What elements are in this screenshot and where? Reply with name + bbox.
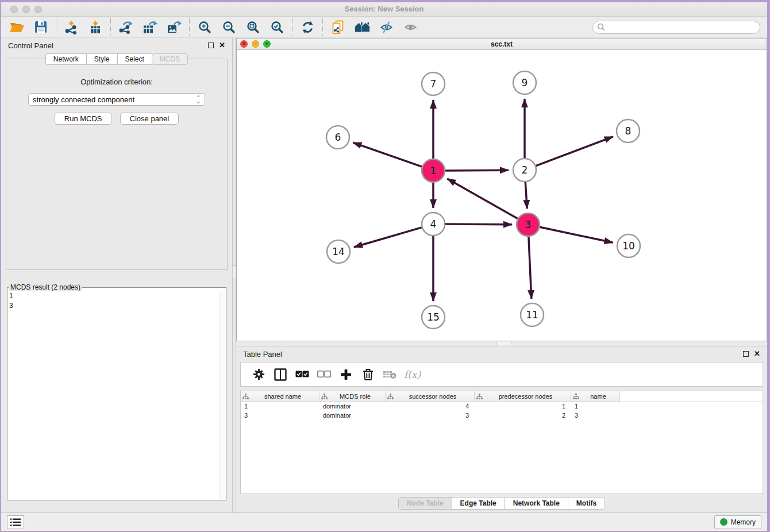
search-box[interactable] xyxy=(592,21,760,34)
export-table-icon[interactable] xyxy=(138,18,162,36)
edge-1-6[interactable] xyxy=(353,142,422,167)
memory-button[interactable]: Memory xyxy=(714,515,761,529)
table-row[interactable]: 3dominator323 xyxy=(241,411,763,421)
graph-node-4[interactable]: 4 xyxy=(422,213,445,236)
table-cell[interactable]: dominator xyxy=(319,411,386,421)
edge-3-1[interactable] xyxy=(447,179,518,219)
close-window-button[interactable] xyxy=(10,6,18,13)
graph-node-14[interactable]: 14 xyxy=(327,240,350,263)
zoom-fit-icon[interactable] xyxy=(241,18,265,36)
horizontal-splitter[interactable] xyxy=(236,341,767,346)
graph-node-11[interactable]: 11 xyxy=(521,303,544,326)
mcds-result-list[interactable]: 13 xyxy=(7,291,226,500)
unselect-all-icon[interactable] xyxy=(313,366,335,383)
new-network-from-selection-icon[interactable] xyxy=(326,18,350,36)
split-columns-icon[interactable] xyxy=(270,366,291,383)
close-panel-icon[interactable]: ✕ xyxy=(219,43,225,48)
graph-node-1[interactable]: 1 xyxy=(422,159,445,182)
edge-4-3[interactable] xyxy=(445,224,512,225)
tab-network[interactable]: Network xyxy=(45,53,87,65)
table-cell[interactable]: 1 xyxy=(241,402,319,411)
edge-3-11[interactable] xyxy=(529,237,532,299)
import-network-icon[interactable] xyxy=(59,18,83,36)
vertical-splitter-grip[interactable] xyxy=(233,265,236,279)
horizontal-splitter-grip[interactable] xyxy=(496,342,511,345)
table-cell[interactable]: 3 xyxy=(571,411,620,421)
import-table-icon[interactable] xyxy=(83,18,107,36)
criterion-select[interactable]: strongly connected component ⌃⌃ xyxy=(28,93,205,106)
table-settings-icon[interactable] xyxy=(248,366,270,383)
sort-column-icon[interactable] xyxy=(476,394,483,400)
close-panel-button[interactable]: Close panel xyxy=(120,113,179,125)
edge-3-10[interactable] xyxy=(540,227,613,242)
edge-2-3[interactable] xyxy=(525,182,527,209)
vertical-splitter[interactable] xyxy=(232,38,236,512)
home-icon[interactable] xyxy=(350,18,374,36)
graph-node-8[interactable]: 8 xyxy=(617,119,640,142)
graph-node-7[interactable]: 7 xyxy=(422,72,445,95)
graph-node-10[interactable]: 10 xyxy=(617,234,640,257)
table-cell[interactable]: 4 xyxy=(386,402,475,411)
graph-node-15[interactable]: 15 xyxy=(422,306,445,329)
refresh-view-icon[interactable] xyxy=(295,18,319,36)
run-mcds-button[interactable]: Run MCDS xyxy=(55,113,112,125)
network-close-icon[interactable]: ✕ xyxy=(240,40,248,48)
table-cell[interactable]: dominator xyxy=(319,402,386,411)
show-eye-icon[interactable] xyxy=(398,18,422,36)
column-header-MCDS-role[interactable]: MCDS role xyxy=(328,393,385,400)
close-table-panel-icon[interactable]: ✕ xyxy=(754,351,760,357)
zoom-in-icon[interactable] xyxy=(192,18,217,36)
table-cell[interactable]: 2 xyxy=(475,411,571,421)
graph-node-6[interactable]: 6 xyxy=(326,126,349,149)
graph-node-3[interactable]: 3 xyxy=(517,213,540,236)
table-cell[interactable]: 1 xyxy=(571,402,620,411)
network-graph[interactable]: 7968124314101511 xyxy=(237,50,767,341)
network-maximize-icon[interactable]: + xyxy=(263,40,271,48)
table-cell[interactable]: 1 xyxy=(475,402,571,411)
tab-node-table[interactable]: Node Table xyxy=(398,497,452,510)
edge-1-2[interactable] xyxy=(445,170,509,171)
column-header-successor-nodes[interactable]: successor nodes xyxy=(394,393,474,400)
task-history-button[interactable] xyxy=(7,515,24,529)
node-table[interactable]: shared nameMCDS rolesuccessor nodesprede… xyxy=(240,391,763,494)
sort-column-icon[interactable] xyxy=(321,394,328,400)
column-header-predecessor-nodes[interactable]: predecessor nodes xyxy=(483,393,571,400)
graph-node-9[interactable]: 9 xyxy=(513,71,536,94)
zoom-selected-icon[interactable] xyxy=(265,18,289,36)
zoom-out-icon[interactable] xyxy=(217,18,241,36)
table-cell[interactable]: 3 xyxy=(386,411,475,421)
export-network-icon[interactable] xyxy=(114,18,138,36)
sort-column-icon[interactable] xyxy=(242,394,249,400)
sort-column-icon[interactable] xyxy=(573,394,579,400)
tab-style[interactable]: Style xyxy=(87,53,118,65)
add-column-icon[interactable] xyxy=(335,366,357,383)
hide-panel-icon[interactable] xyxy=(374,18,398,36)
tab-motifs[interactable]: Motifs xyxy=(568,497,605,510)
network-window-titlebar[interactable]: ✕ − + scc.txt xyxy=(237,38,767,50)
edge-2-8[interactable] xyxy=(536,137,613,166)
network-minimize-icon[interactable]: − xyxy=(252,40,259,48)
sort-column-icon[interactable] xyxy=(387,394,394,400)
tab-network-table[interactable]: Network Table xyxy=(505,497,568,510)
tab-mcds[interactable]: MCDS xyxy=(152,53,188,65)
table-row[interactable]: 1dominator411 xyxy=(241,402,763,411)
zoom-window-button[interactable] xyxy=(34,6,42,13)
result-scrollbar[interactable] xyxy=(219,291,226,500)
tab-edge-table[interactable]: Edge Table xyxy=(452,497,505,510)
edge-4-14[interactable] xyxy=(354,228,422,247)
open-session-icon[interactable] xyxy=(5,18,29,36)
delete-column-icon[interactable] xyxy=(357,366,379,383)
minimize-window-button[interactable] xyxy=(22,6,30,13)
table-cell[interactable]: 3 xyxy=(241,411,319,421)
float-panel-icon[interactable] xyxy=(208,43,214,48)
tab-select[interactable]: Select xyxy=(118,53,152,65)
column-header-name[interactable]: name xyxy=(579,393,619,400)
save-session-icon[interactable] xyxy=(29,18,53,36)
float-table-panel-icon[interactable] xyxy=(743,351,749,357)
export-image-icon[interactable] xyxy=(162,18,186,36)
search-input[interactable] xyxy=(608,22,756,32)
graph-node-2[interactable]: 2 xyxy=(513,159,536,182)
network-canvas[interactable]: 7968124314101511 xyxy=(237,50,767,341)
column-header-shared-name[interactable]: shared name xyxy=(249,393,319,400)
select-all-icon[interactable] xyxy=(291,366,313,383)
